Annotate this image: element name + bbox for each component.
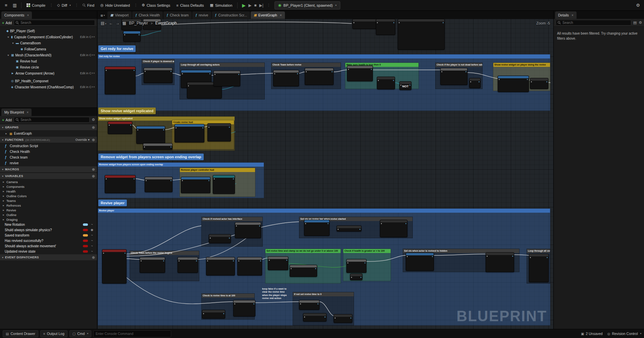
forward-arrow-icon[interactable]: → — [116, 21, 120, 26]
override-dropdown[interactable]: Override ▾ — [76, 138, 90, 141]
add-graph-icon[interactable]: ⊕ — [92, 125, 95, 130]
add-variable-icon[interactable]: ⊕ — [92, 174, 95, 178]
graph-node[interactable] — [175, 124, 204, 142]
tree-caret-icon[interactable]: ▸ — [5, 132, 8, 135]
graph-node[interactable] — [377, 77, 395, 89]
edit-in-cpp-link[interactable]: Edit in C++ — [80, 53, 95, 57]
variable-category-row[interactable]: ▸Components — [0, 184, 97, 189]
breadcrumb-current[interactable]: EventGraph — [155, 21, 177, 26]
close-icon[interactable]: × — [27, 111, 29, 114]
component-row[interactable]: ◆BP_Player (Self) — [0, 28, 97, 34]
variable-category-row[interactable]: ▸Revive — [0, 208, 97, 212]
stop-icon[interactable]: ■ — [254, 3, 256, 8]
add-macro-icon[interactable]: ⊕ — [92, 167, 95, 172]
diff-button[interactable]: ◇ Diff ▾ — [54, 1, 73, 9]
unsaved-indicator[interactable]: ▣ 2 Unsaved — [581, 332, 603, 336]
my-blueprint-search-input[interactable] — [20, 118, 88, 122]
graph-node[interactable] — [299, 300, 319, 310]
variable-category-row[interactable]: ▸Draging — [0, 217, 97, 222]
close-icon[interactable]: × — [572, 13, 574, 17]
graph-row-eventgraph[interactable]: ▸▩EventGraph — [0, 131, 97, 136]
breadcrumb-root[interactable]: BP_Player — [129, 21, 148, 26]
graph-node[interactable] — [145, 177, 172, 192]
gear-icon[interactable]: ⚙ — [92, 118, 95, 122]
graph-node[interactable] — [440, 68, 467, 85]
frame-skip-icon[interactable]: ▶ — [248, 3, 251, 8]
macros-section-header[interactable]: ▾ MACROS ⊕ — [0, 166, 97, 173]
graph-node[interactable] — [347, 66, 373, 81]
graph-node[interactable] — [530, 78, 548, 89]
tree-caret-icon[interactable]: ▸ — [2, 213, 5, 216]
variable-row[interactable]: Shuld always simulate physics?◉ — [0, 227, 97, 233]
variable-category-row[interactable]: ▸Refrences — [0, 203, 97, 208]
component-row[interactable]: ▣Revive circle — [0, 64, 97, 70]
comment-bubble-label[interactable]: Remove widget from players screen upon e… — [98, 154, 204, 160]
graph-node[interactable] — [233, 300, 255, 316]
dispatchers-section-header[interactable]: ▾ EVENT DISPATCHERS ⊕ — [0, 254, 97, 261]
component-row[interactable]: ▾▬CameraBoom — [0, 40, 97, 46]
class-settings-button[interactable]: ⚙ Class Settings — [139, 1, 173, 9]
variable-row[interactable]: Should always activate movement'~ — [0, 243, 97, 249]
hide-unrelated-kebab[interactable]: ⋮ — [133, 3, 138, 7]
debug-object-dropdown[interactable]: ◉ BP_Player1 (Client, spawned) ▾ — [275, 1, 340, 9]
play-options-kebab[interactable]: ⋮ — [266, 3, 271, 7]
graph-node[interactable] — [206, 257, 235, 276]
output-log-button[interactable]: ≡ Output Log — [40, 330, 67, 337]
eye-open-icon[interactable]: ◉ — [90, 228, 94, 231]
graph-node[interactable] — [334, 314, 352, 323]
settings-gear-icon[interactable]: ⚙ — [634, 1, 642, 9]
class-defaults-button[interactable]: ≡ Class Defaults — [174, 1, 206, 9]
variable-category-row[interactable]: ▸Camera — [0, 179, 97, 184]
hide-unrelated-button[interactable]: ◎ Hide Unrelated — [98, 1, 133, 9]
graph-node[interactable] — [235, 222, 261, 238]
play-icon[interactable]: ▶ — [242, 3, 246, 8]
variables-section-header[interactable]: ▾ VARIABLES ⊕ — [0, 173, 97, 179]
variable-category-row[interactable]: ▸Outline — [0, 212, 97, 217]
comment-bubble-label[interactable]: Revive player — [98, 200, 127, 206]
function-row[interactable]: ƒCheck Health — [0, 149, 97, 155]
edit-in-cpp-link[interactable]: Edit in C++ — [80, 35, 95, 39]
graph-node[interactable] — [143, 143, 172, 150]
eye-closed-icon[interactable]: ~ — [90, 239, 94, 242]
close-icon[interactable]: × — [280, 13, 282, 17]
component-row[interactable]: ◉FollowCamera — [0, 46, 97, 52]
component-row[interactable]: ▾▦Mesh (CharacterMesh0)Edit in C++ — [0, 52, 97, 58]
graph-node[interactable] — [469, 78, 481, 88]
bookmarks-icon[interactable]: ▦ — [122, 21, 126, 26]
graph-node[interactable] — [346, 259, 366, 273]
graph-node[interactable] — [486, 252, 514, 272]
tab-components[interactable]: Components × — [1, 11, 32, 19]
console-command-input[interactable] — [96, 332, 169, 336]
add-component-button[interactable]: + Add — [2, 21, 12, 25]
main-menu-icon[interactable]: ≡ — [2, 1, 10, 9]
tab-construction-scr-[interactable]: ƒConstruction Scr... — [212, 11, 250, 19]
comment-bubble-label[interactable]: Show revive widget replicated — [98, 108, 156, 114]
graph-node[interactable] — [213, 71, 240, 86]
graph-node[interactable] — [350, 273, 362, 280]
tab-my-blueprint[interactable]: My Blueprint × — [1, 109, 32, 116]
graph-node[interactable] — [136, 126, 165, 144]
eye-closed-icon[interactable]: ~ — [90, 244, 94, 248]
graph-node[interactable] — [303, 313, 327, 322]
graph-node[interactable] — [202, 310, 225, 319]
tree-caret-icon[interactable]: ▾ — [11, 42, 14, 45]
tree-caret-icon[interactable]: ▸ — [2, 185, 5, 188]
graph-node[interactable] — [105, 175, 136, 193]
diff-options-kebab[interactable]: ⋮ — [74, 3, 79, 7]
close-icon[interactable]: × — [27, 13, 29, 17]
variable-category-row[interactable]: ▸Health — [0, 189, 97, 194]
graph-node[interactable] — [105, 67, 136, 94]
graph-node[interactable] — [207, 123, 231, 141]
display-filter-icon[interactable]: ▤ — [633, 20, 637, 25]
graph-node[interactable] — [305, 68, 334, 85]
find-button[interactable]: Find — [80, 1, 97, 9]
details-search-input[interactable] — [562, 21, 629, 25]
graphs-section-header[interactable]: ▾ GRAPHS ⊕ — [0, 124, 97, 131]
variable-category-row[interactable]: ▸Teams — [0, 198, 97, 203]
eye-closed-icon[interactable]: ~ — [90, 250, 94, 253]
tree-caret-icon[interactable]: ▾ — [7, 36, 10, 39]
compile-options-kebab[interactable]: ⋮ — [49, 3, 54, 7]
tab-check-team[interactable]: ƒCheck team — [163, 11, 192, 19]
component-row[interactable]: ▾▮Capsule Component (CollisionCylinder)E… — [0, 34, 97, 40]
variable-row[interactable]: Saved transform~ — [0, 233, 97, 238]
